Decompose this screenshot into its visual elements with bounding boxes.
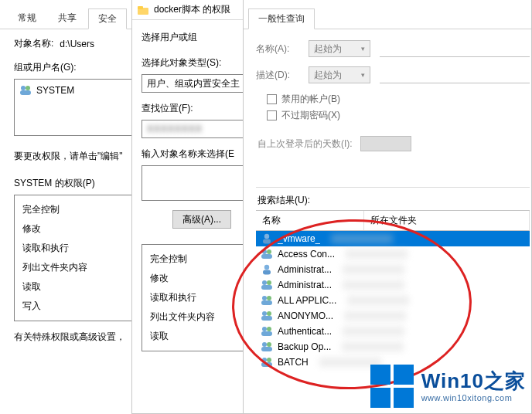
result-name: Access Con... [278, 249, 335, 260]
desc-label: 描述(D): [256, 69, 299, 82]
result-name: ALL APPLIC... [278, 295, 336, 306]
tab-general[interactable]: 常规 [8, 8, 46, 29]
perm-row: 读取 [150, 327, 254, 346]
results-header: 名称 所在文件夹 [256, 210, 530, 231]
result-row[interactable]: Backup Op... [256, 339, 530, 355]
result-row[interactable]: _vmware_ [256, 231, 530, 246]
group-icon [261, 279, 273, 291]
result-name: Administrat... [278, 280, 332, 290]
chevron-down-icon: ▾ [361, 45, 365, 53]
object-type-value: 用户、组或内置安全主 [147, 77, 240, 90]
result-name: BATCH [278, 357, 309, 368]
group-icon [261, 325, 273, 338]
perm-row: 列出文件夹内容 [150, 307, 254, 327]
result-folder [343, 280, 404, 290]
list-item-label: SYSTEM [36, 85, 74, 96]
result-name: Authenticat... [278, 326, 332, 337]
result-folder [344, 311, 406, 321]
result-row[interactable]: BATCH [256, 355, 530, 370]
perm-row: 完全控制 [150, 249, 254, 269]
select-dialog-title-text: docker脚本 的权限 [154, 3, 230, 16]
search-panel: 一般性查询 名称(A): 起始为 ▾ 描述(D): 起始为 ▾ 禁用的帐户(B)… [243, 0, 532, 414]
desc-input[interactable] [380, 66, 530, 83]
results-label: 搜索结果(U): [257, 194, 530, 207]
name-match-combo[interactable]: 起始为 ▾ [309, 40, 370, 57]
result-folder [347, 296, 409, 305]
user-icon [261, 232, 273, 245]
result-folder [319, 358, 381, 367]
no-expire-checkbox[interactable] [267, 110, 277, 120]
folder-icon [137, 4, 149, 16]
column-name[interactable]: 名称 [256, 211, 364, 230]
name-label: 名称(A): [256, 42, 299, 56]
result-row[interactable]: ALL APPLIC... [256, 293, 530, 308]
group-icon [261, 294, 273, 307]
result-folder [346, 249, 408, 259]
result-row[interactable]: Administrat... [256, 277, 530, 293]
combo-value: 起始为 [314, 69, 342, 82]
result-folder [343, 327, 404, 336]
group-icon [261, 248, 273, 260]
location-value: XXXXXXXX [147, 124, 203, 134]
no-expire-label: 不过期密码(X) [281, 109, 340, 122]
disabled-accounts-label: 禁用的帐户(B) [281, 93, 340, 106]
tab-share[interactable]: 共享 [48, 8, 87, 29]
tab-security[interactable]: 安全 [88, 8, 127, 29]
perm-row: 读取和执行 [150, 288, 254, 307]
combo-value: 起始为 [314, 42, 342, 56]
result-folder [343, 265, 404, 274]
result-name: Administrat... [278, 264, 332, 275]
group-icon [19, 84, 32, 97]
column-folder[interactable]: 所在文件夹 [364, 211, 530, 230]
desc-match-combo[interactable]: 起始为 ▾ [309, 66, 370, 83]
days-since-login-combo[interactable] [360, 136, 411, 151]
disabled-accounts-checkbox[interactable] [267, 94, 277, 104]
perm-row: 修改 [150, 269, 254, 288]
result-name: Backup Op... [278, 341, 331, 352]
advanced-button[interactable]: 高级(A)... [172, 210, 231, 229]
result-row[interactable]: Administrat... [256, 262, 530, 277]
object-name-value: d:\Users [60, 39, 94, 49]
result-row[interactable]: ANONYMO... [256, 308, 530, 324]
group-icon [261, 356, 273, 368]
days-since-login-label: 自上次登录后的天数(I): [257, 137, 353, 151]
result-folder [342, 342, 404, 351]
results-list[interactable]: _vmware_Access Con...Administrat...Admin… [256, 231, 530, 370]
chevron-down-icon: ▾ [361, 71, 365, 79]
result-folder [331, 234, 393, 243]
user-icon [261, 263, 273, 276]
result-name: ANONYMO... [278, 310, 333, 321]
search-tabs: 一般性查询 [244, 0, 531, 29]
group-icon [261, 341, 273, 353]
name-input[interactable] [380, 40, 530, 57]
group-icon [261, 310, 273, 322]
divider [256, 187, 530, 188]
result-row[interactable]: Authenticat... [256, 324, 530, 339]
tab-general-query[interactable]: 一般性查询 [248, 8, 315, 29]
object-name-label: 对象名称: [14, 37, 53, 50]
result-row[interactable]: Access Con... [256, 246, 530, 262]
result-name: _vmware_ [278, 233, 320, 244]
